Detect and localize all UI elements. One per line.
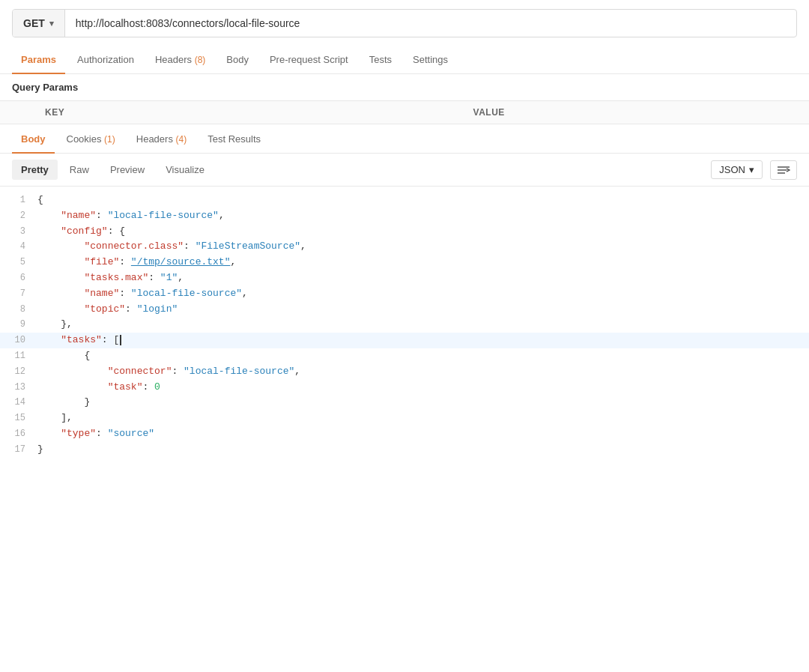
tab-tests[interactable]: Tests [360, 46, 401, 74]
code-line-9: 9 }, [0, 317, 809, 333]
tab-settings[interactable]: Settings [404, 46, 457, 74]
url-input[interactable] [65, 10, 796, 37]
code-line-2: 2 "name": "local-file-source", [0, 208, 809, 224]
method-chevron: ▾ [49, 19, 54, 28]
tab-authorization[interactable]: Authorization [68, 46, 143, 74]
format-preview[interactable]: Preview [101, 160, 154, 180]
col-key: KEY [0, 101, 458, 124]
wrap-button[interactable] [770, 160, 797, 180]
url-bar: GET ▾ [12, 9, 797, 37]
format-bar: Pretty Raw Preview Visualize JSON ▾ [0, 154, 809, 187]
json-type-label: JSON [719, 164, 745, 175]
code-line-10: 10 "tasks": [ [0, 333, 809, 348]
code-line-17: 17 } [0, 442, 809, 458]
wrap-icon [777, 165, 790, 175]
format-pretty[interactable]: Pretty [12, 160, 58, 180]
resp-headers-badge: (4) [176, 134, 187, 145]
code-line-8: 8 "topic": "login" [0, 302, 809, 318]
json-code-block: 1 { 2 "name": "local-file-source", 3 "co… [0, 187, 809, 464]
code-line-11: 11 { [0, 348, 809, 364]
tab-body[interactable]: Body [217, 46, 258, 74]
code-line-15: 15 ], [0, 411, 809, 426]
params-table: KEY VALUE [0, 101, 809, 124]
tab-headers[interactable]: Headers (8) [146, 46, 214, 74]
method-label: GET [23, 17, 45, 29]
code-line-13: 13 "task": 0 [0, 380, 809, 396]
headers-badge: (8) [195, 55, 206, 65]
code-line-14: 14 } [0, 395, 809, 411]
cookies-badge: (1) [104, 134, 115, 145]
code-line-6: 6 "tasks.max": "1", [0, 270, 809, 286]
format-raw[interactable]: Raw [61, 160, 98, 180]
code-line-4: 4 "connector.class": "FileStreamSource", [0, 239, 809, 255]
response-tab-cookies[interactable]: Cookies (1) [58, 126, 124, 154]
tab-prerequest[interactable]: Pre-request Script [261, 46, 357, 74]
response-tabs: Body Cookies (1) Headers (4) Test Result… [0, 126, 809, 154]
query-params-label: Query Params [0, 74, 809, 101]
code-line-3: 3 "config": { [0, 224, 809, 240]
request-tabs: Params Authorization Headers (8) Body Pr… [0, 46, 809, 74]
json-type-selector[interactable]: JSON ▾ [711, 160, 763, 179]
response-tab-headers[interactable]: Headers (4) [127, 126, 196, 154]
code-line-12: 12 "connector": "local-file-source", [0, 364, 809, 380]
code-line-16: 16 "type": "source" [0, 426, 809, 442]
format-visualize[interactable]: Visualize [157, 160, 213, 180]
tab-params[interactable]: Params [12, 46, 65, 74]
code-line-5: 5 "file": "/tmp/source.txt", [0, 255, 809, 270]
code-line-7: 7 "name": "local-file-source", [0, 286, 809, 302]
col-value: VALUE [458, 101, 809, 124]
json-chevron-icon: ▾ [749, 164, 754, 175]
response-tab-body[interactable]: Body [12, 126, 55, 154]
code-line-1: 1 { [0, 193, 809, 208]
method-selector[interactable]: GET ▾ [13, 10, 65, 37]
response-tab-test-results[interactable]: Test Results [199, 126, 270, 154]
